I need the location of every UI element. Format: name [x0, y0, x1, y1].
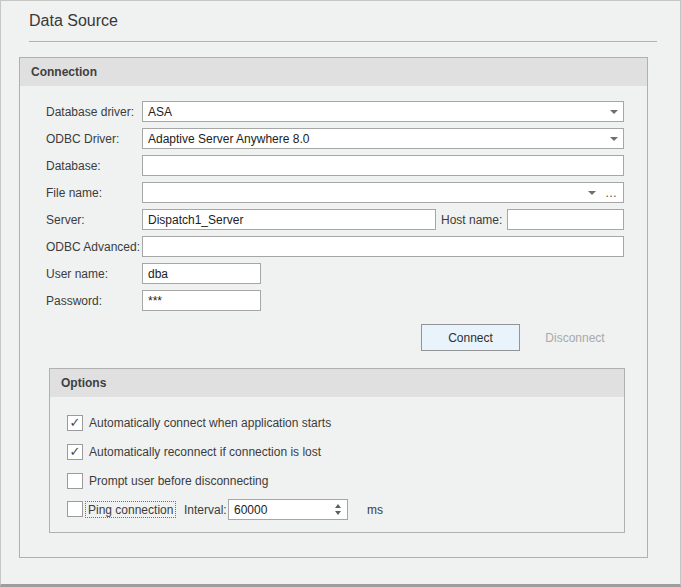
- dropdown-arrow-icon[interactable]: [610, 110, 618, 114]
- checkbox-prompt-disconnect[interactable]: [67, 473, 83, 489]
- checkbox-prompt-disconnect-label[interactable]: Prompt user before disconnecting: [89, 473, 268, 489]
- checkbox-ping-connection[interactable]: [67, 501, 83, 517]
- host-name-input[interactable]: [507, 209, 624, 230]
- database-driver-label: Database driver:: [46, 101, 134, 122]
- checkbox-auto-reconnect[interactable]: ✓: [67, 444, 83, 460]
- spinner-down-icon[interactable]: [335, 511, 341, 515]
- check-icon: ✓: [70, 445, 81, 458]
- database-driver-combobox[interactable]: ASA: [142, 101, 624, 122]
- database-label: Database:: [46, 155, 101, 176]
- spinner-up-icon[interactable]: [335, 504, 341, 508]
- options-group-header: Options: [50, 369, 624, 397]
- connection-group-header: Connection: [20, 58, 647, 86]
- interval-value: 60000: [234, 503, 331, 517]
- odbc-driver-label: ODBC Driver:: [46, 128, 119, 149]
- server-input[interactable]: [142, 209, 436, 230]
- odbc-advanced-label: ODBC Advanced:: [46, 236, 140, 257]
- file-name-label: File name:: [46, 182, 102, 203]
- database-input[interactable]: [142, 155, 624, 176]
- host-name-label: Host name:: [441, 209, 502, 230]
- checkbox-auto-connect[interactable]: ✓: [67, 415, 83, 431]
- file-name-combobox[interactable]: …: [142, 182, 624, 203]
- user-name-label: User name:: [46, 263, 108, 284]
- checkbox-auto-connect-label[interactable]: Automatically connect when application s…: [89, 415, 331, 431]
- password-label: Password:: [46, 290, 102, 311]
- odbc-driver-combobox[interactable]: Adaptive Server Anywhere 8.0: [142, 128, 624, 149]
- checkbox-ping-connection-label[interactable]: Ping connection: [85, 501, 176, 518]
- spinner-control: [331, 504, 345, 515]
- data-source-panel: Data Source Connection Database driver: …: [0, 0, 681, 587]
- odbc-driver-value: Adaptive Server Anywhere 8.0: [148, 132, 606, 146]
- dropdown-arrow-icon[interactable]: [588, 191, 596, 195]
- interval-spinbox[interactable]: 60000: [228, 499, 348, 520]
- interval-label: Interval:: [184, 499, 227, 520]
- title-divider: [29, 41, 657, 42]
- connect-button[interactable]: Connect: [421, 324, 520, 351]
- check-icon: ✓: [70, 416, 81, 429]
- disconnect-button[interactable]: Disconnect: [525, 324, 625, 351]
- password-input[interactable]: [142, 290, 261, 311]
- page-title: Data Source: [29, 12, 118, 30]
- dropdown-arrow-icon[interactable]: [610, 137, 618, 141]
- database-driver-value: ASA: [148, 105, 606, 119]
- checkbox-auto-reconnect-label[interactable]: Automatically reconnect if connection is…: [89, 444, 321, 460]
- browse-ellipsis-button[interactable]: …: [605, 189, 618, 197]
- odbc-advanced-input[interactable]: [142, 236, 624, 257]
- user-name-input[interactable]: [142, 263, 261, 284]
- interval-unit-label: ms: [367, 499, 383, 520]
- server-label: Server:: [46, 209, 85, 230]
